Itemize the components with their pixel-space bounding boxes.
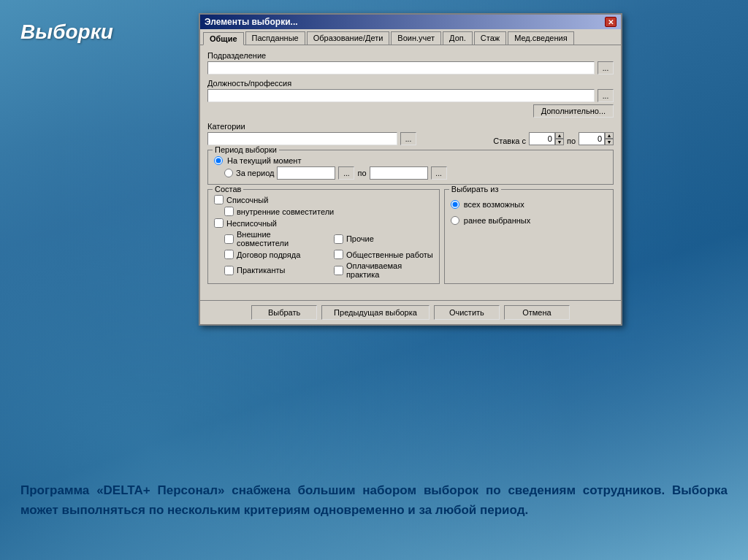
po-spinner[interactable]: ▲ ▼ <box>605 132 614 145</box>
cb-praktikanty[interactable] <box>224 266 234 275</box>
vibrat-title: Выбирать из <box>449 185 501 193</box>
radio-period-label: За период <box>236 169 274 177</box>
stavka-c-label: Ставка с <box>493 137 526 145</box>
podrazdelenie-label: Подразделение <box>207 51 614 60</box>
kategorii-input[interactable] <box>207 132 397 145</box>
cb-dogovor-row: Договор подряда <box>214 250 324 259</box>
cb-oplachivaemaya-row: Оплачиваемая практика <box>324 261 433 279</box>
podrazdelenie-row: ... <box>207 61 614 74</box>
otmena-button[interactable]: Отмена <box>504 305 570 320</box>
cb-dogovor-label: Договор подряда <box>237 250 300 259</box>
checkbox-grid: Внешние совместители Прочие Договор подр… <box>214 228 433 279</box>
kategorii-input-row: ... <box>207 132 486 145</box>
bottom-groups: Состав Списочный внутренние совместители… <box>207 189 614 288</box>
tab-voin[interactable]: Воин.учет <box>391 31 441 45</box>
podrazdelenie-input[interactable] <box>207 61 595 74</box>
vibrat-group: Выбирать из всех возможных ранее выбранн… <box>444 189 614 284</box>
tab-obrazovanie[interactable]: Образование/Дети <box>307 31 390 45</box>
cb-obshchestvennye[interactable] <box>334 250 343 259</box>
period-to-browse[interactable]: ... <box>431 166 447 180</box>
cb-nespisochny[interactable] <box>214 218 224 228</box>
po-up[interactable]: ▲ <box>605 132 614 139</box>
radio-vsekh-row: всех возможных <box>451 200 607 209</box>
cb-nespisochny-row: Несписочный <box>214 218 433 228</box>
period-dates-row: За период ... по ... <box>214 166 607 180</box>
stavka-c-input-wrap: ▲ ▼ <box>529 132 564 145</box>
po-input-wrap: ▲ ▼ <box>579 132 614 145</box>
radio-vsekh[interactable] <box>451 200 459 209</box>
cb-obshchestvennye-row: Общественные работы <box>324 250 433 259</box>
dopolnitelno-button[interactable]: Дополнительно... <box>533 104 614 118</box>
dialog-titlebar: Элементы выборки... ✕ <box>200 15 621 29</box>
dolznost-browse-button[interactable]: ... <box>598 89 614 102</box>
kategorii-label: Категории <box>207 122 486 131</box>
kategorii-browse-button[interactable]: ... <box>400 132 416 145</box>
page-title: Выборки <box>20 20 113 44</box>
radio-current[interactable] <box>214 156 223 165</box>
cb-vneshnie-row: Внешние совместители <box>214 230 324 248</box>
kategorii-row: Категории ... Ставка с ▲ ▼ по <box>207 122 614 145</box>
radio-current-row: На текущий момент <box>214 156 607 165</box>
predydushchaya-button[interactable]: Предыдущая выборка <box>321 305 430 320</box>
po-label: по <box>567 137 576 145</box>
tab-stazh[interactable]: Стаж <box>474 31 506 45</box>
sostav-title: Состав <box>213 185 243 193</box>
sostav-group: Состав Списочный внутренние совместители… <box>207 189 440 284</box>
podrazdelenie-browse-button[interactable]: ... <box>598 61 614 74</box>
dolznost-row: ... <box>207 89 614 102</box>
period-group: Период выборки На текущий момент За пери… <box>207 150 614 185</box>
period-title: Период выборки <box>213 145 279 154</box>
cb-oplachivaemaya[interactable] <box>334 266 343 275</box>
vibrat-radio-group: всех возможных ранее выбранных <box>451 193 607 225</box>
stavka-c-spinner[interactable]: ▲ ▼ <box>555 132 564 145</box>
cb-dogovor[interactable] <box>224 250 234 259</box>
podrazdelenie-group: Подразделение ... <box>207 51 614 74</box>
tab-dop[interactable]: Доп. <box>443 31 473 45</box>
tab-pasp[interactable]: Паспданные <box>245 31 305 45</box>
cb-praktikanty-row: Практиканты <box>214 261 324 279</box>
period-from-browse[interactable]: ... <box>338 166 354 180</box>
cb-vneshnie[interactable] <box>224 234 234 244</box>
po-down[interactable]: ▼ <box>605 139 614 145</box>
cb-prochie[interactable] <box>334 234 343 244</box>
ochistit-button[interactable]: Очистить <box>434 305 500 320</box>
period-from-input[interactable] <box>277 166 335 180</box>
stavka-c-down[interactable]: ▼ <box>555 139 564 145</box>
description-text: Программа «DELTA+ Персонал» снабжена бол… <box>20 480 728 520</box>
cb-prochie-row: Прочие <box>324 230 433 248</box>
stavka-c-up[interactable]: ▲ <box>555 132 564 139</box>
cb-vneshnie-label: Внешние совместители <box>237 230 324 248</box>
dialog-buttons: Выбрать Предыдущая выборка Очистить Отме… <box>200 300 621 324</box>
period-to-input[interactable] <box>370 166 428 180</box>
cb-oplachivaemaya-label: Оплачиваемая практика <box>346 261 433 279</box>
dolznost-group: Должность/профессия ... Дополнительно... <box>207 79 614 118</box>
po-period-label: по <box>357 169 366 177</box>
cb-nespisochny-label: Несписочный <box>226 219 277 228</box>
cb-vnutrennie-row: внутренние совместители <box>214 207 433 216</box>
cb-spisochny-row: Списочный <box>214 195 433 204</box>
cb-spisochny[interactable] <box>214 195 224 204</box>
tab-bar: Общие Паспданные Образование/Дети Воин.у… <box>200 29 621 45</box>
radio-ranee[interactable] <box>451 216 459 225</box>
cb-prochie-label: Прочие <box>346 234 374 243</box>
radio-vsekh-label: всех возможных <box>464 200 524 209</box>
radio-current-label: На текущий момент <box>227 156 301 165</box>
stavka-c-input[interactable] <box>529 132 555 145</box>
radio-period[interactable] <box>224 169 233 177</box>
radio-ranee-row: ранее выбранных <box>451 216 607 225</box>
kategorii-group: Категории ... <box>207 122 486 145</box>
vibrat-button[interactable]: Выбрать <box>251 305 317 320</box>
close-button[interactable]: ✕ <box>605 17 617 27</box>
cb-obshchestvennye-label: Общественные работы <box>346 250 433 259</box>
cb-praktikanty-label: Практиканты <box>237 266 285 275</box>
dolznost-input[interactable] <box>207 89 595 102</box>
cb-vnutrennie-label: внутренние совместители <box>237 207 334 216</box>
stavka-group: Ставка с ▲ ▼ по ▲ ▼ <box>493 132 614 145</box>
cb-vnutrennie[interactable] <box>224 207 234 216</box>
tab-obshchie[interactable]: Общие <box>203 32 244 45</box>
radio-ranee-label: ранее выбранных <box>464 216 530 225</box>
dolznost-label: Должность/профессия <box>207 79 614 88</box>
po-input[interactable] <box>579 132 605 145</box>
tab-med[interactable]: Мед.сведения <box>508 31 573 45</box>
dialog-title: Элементы выборки... <box>205 17 298 27</box>
